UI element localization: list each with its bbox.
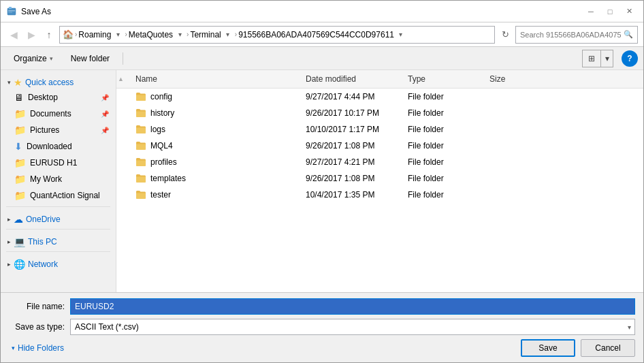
organize-chevron-icon: ▾ [50,55,53,62]
pin-documents-icon: 📌 [101,110,109,118]
thispc-label: This PC [28,237,57,247]
sidebar-item-mywork[interactable]: 📁 My Work [1,171,116,187]
sidebar-divider-3 [6,251,110,252]
svg-rect-0 [7,8,16,15]
eurusd-folder-icon: 📁 [14,157,26,168]
col-size-label: Size [489,74,505,84]
path-segment-metaquotes: MetaQuotes [129,30,173,40]
help-button[interactable]: ? [622,50,638,67]
address-path[interactable]: 🏠 › Roaming ▾ › MetaQuotes ▾ › Terminal … [59,26,495,44]
toolbar-separator [123,52,123,65]
table-row[interactable]: templates 9/26/2017 1:08 PM File folder [116,170,643,187]
maximize-button[interactable]: □ [601,5,619,18]
pictures-icon: 📁 [14,125,26,136]
cancel-button-label: Cancel [595,343,620,353]
thispc-icon: 💻 [14,236,25,247]
forward-button[interactable]: ▶ [24,27,39,42]
thispc-chevron-icon: ▸ [7,238,11,245]
bottom-bar: File name: Save as type: ASCII Text (*.c… [1,292,643,362]
quick-access-icon: ★ [14,77,22,88]
filename-label: File name: [9,302,70,311]
file-list-area: ▲ Name Date modified Type Size [116,70,643,292]
hide-folders-chevron-icon: ▾ [12,345,15,351]
col-header-date[interactable]: Date modified [300,73,402,85]
table-row[interactable]: profiles 9/27/2017 4:21 PM File folder [116,154,643,170]
sidebar-item-label-pictures: Pictures [30,125,59,135]
sidebar-item-pictures[interactable]: 📁 Pictures 📌 [1,122,116,138]
downloaded-icon: ⬇ [14,141,22,152]
table-row[interactable]: logs 10/10/2017 1:17 PM File folder [116,121,643,138]
sidebar-section-quick-access[interactable]: ▾ ★ Quick access [1,73,116,89]
table-row[interactable]: MQL4 9/26/2017 1:08 PM File folder [116,138,643,154]
file-name-cell: tester [130,189,300,200]
quantaction-folder-icon: 📁 [14,190,26,201]
file-list-header: ▲ Name Date modified Type Size [116,70,643,89]
path-segment-id: 915566BA06ADA407569C544CC0D97611 [238,30,394,40]
action-buttons: Save Cancel [521,339,635,357]
filetype-select[interactable]: ASCII Text (*.csv)CSV (*.csv)Excel (*.xl… [70,319,635,335]
view-button[interactable]: ⊞ [583,50,600,67]
svg-rect-1 [9,7,12,9]
refresh-button[interactable]: ↻ [498,27,513,42]
sidebar-divider-1 [6,206,110,207]
table-row[interactable]: config 9/27/2017 4:44 PM File folder [116,89,643,105]
sidebar-item-quantaction[interactable]: 📁 QuantAction Signal [1,187,116,204]
sidebar-item-documents[interactable]: 📁 Documents 📌 [1,106,116,122]
title-bar-controls: ─ □ ✕ [582,5,638,18]
network-label: Network [28,259,58,269]
quick-access-chevron-icon: ▾ [7,79,11,86]
quick-access-label: Quick access [25,78,74,87]
table-row[interactable]: history 9/26/2017 10:17 PM File folder [116,105,643,121]
col-header-size[interactable]: Size [484,73,538,85]
file-name-cell: templates [130,173,300,184]
filename-input[interactable] [70,298,635,315]
sidebar-item-desktop[interactable]: 🖥 Desktop 📌 [1,89,116,106]
search-input[interactable] [520,31,621,39]
search-box: 🔍 [515,26,638,44]
sidebar-item-network[interactable]: ▸ 🌐 Network [1,255,116,271]
up-button[interactable]: ↑ [42,27,57,42]
toolbar: Organize ▾ New folder ⊞ ▾ ? [1,47,643,70]
save-as-dialog: Save As ─ □ ✕ ◀ ▶ ↑ 🏠 › Roaming ▾ › Meta… [0,0,644,363]
pin-desktop-icon: 📌 [101,94,109,101]
mywork-folder-icon: 📁 [14,174,26,185]
hide-folders-label: Hide Folders [18,343,64,353]
sidebar-item-label-downloaded: Downloaded [27,142,72,151]
new-folder-button[interactable]: New folder [63,50,117,67]
minimize-button[interactable]: ─ [582,5,600,18]
pin-pictures-icon: 📌 [101,127,109,134]
col-type-label: Type [408,74,425,84]
documents-icon: 📁 [14,108,26,119]
path-segment-terminal: Terminal [190,30,221,40]
filetype-select-wrapper: ASCII Text (*.csv)CSV (*.csv)Excel (*.xl… [70,319,635,335]
close-button[interactable]: ✕ [620,5,638,18]
sidebar-item-downloaded[interactable]: ⬇ Downloaded [1,138,116,155]
organize-button[interactable]: Organize ▾ [6,50,61,67]
network-chevron-icon: ▸ [7,261,11,268]
col-header-type[interactable]: Type [402,73,484,85]
sidebar-item-label-eurusd: EURUSD H1 [30,158,77,168]
svg-rect-3 [8,12,12,12]
view-dropdown-button[interactable]: ▾ [600,50,613,67]
col-header-name[interactable]: Name [130,73,300,85]
svg-rect-2 [8,10,15,12]
cancel-button[interactable]: Cancel [581,339,635,357]
main-content: ▾ ★ Quick access 🖥 Desktop 📌 📁 Documents… [1,70,643,292]
title-bar: Save As ─ □ ✕ [1,1,643,22]
network-icon: 🌐 [14,259,25,270]
dialog-title: Save As [21,7,582,16]
sidebar-item-eurusd[interactable]: 📁 EURUSD H1 [1,155,116,171]
sidebar-item-thispc[interactable]: ▸ 💻 This PC [1,232,116,249]
search-icon: 🔍 [624,30,633,39]
organize-label: Organize [14,54,47,63]
sidebar-divider-2 [6,229,110,230]
sidebar: ▾ ★ Quick access 🖥 Desktop 📌 📁 Documents… [1,70,116,292]
filename-row: File name: [9,298,635,315]
table-row[interactable]: tester 10/4/2017 1:35 PM File folder [116,187,643,203]
sidebar-item-onedrive[interactable]: ▸ ☁ OneDrive [1,210,116,226]
hide-folders-button[interactable]: ▾ Hide Folders [9,342,67,354]
save-button[interactable]: Save [521,339,575,357]
bottom-actions-row: ▾ Hide Folders Save Cancel [9,339,635,357]
back-button[interactable]: ◀ [6,27,21,42]
save-button-label: Save [538,343,557,353]
